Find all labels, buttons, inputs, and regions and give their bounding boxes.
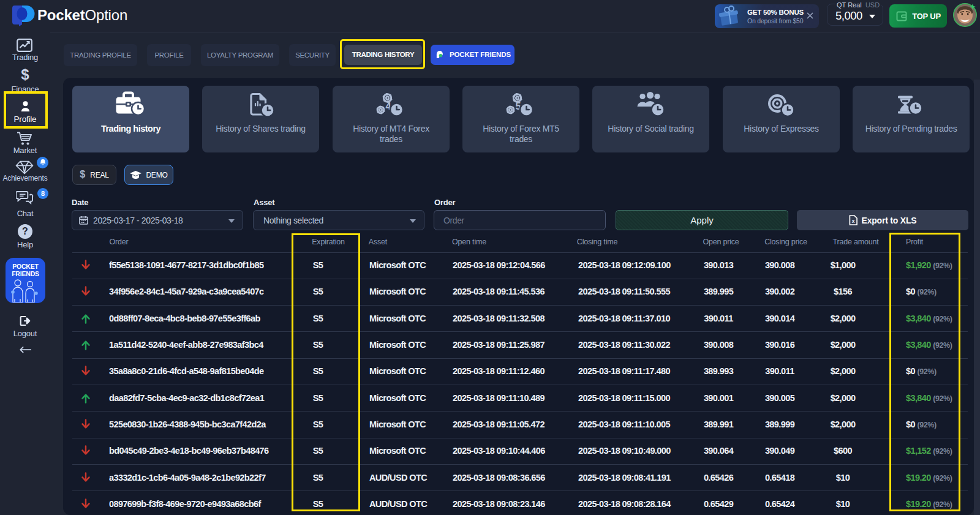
svg-text:x: x xyxy=(851,218,854,224)
